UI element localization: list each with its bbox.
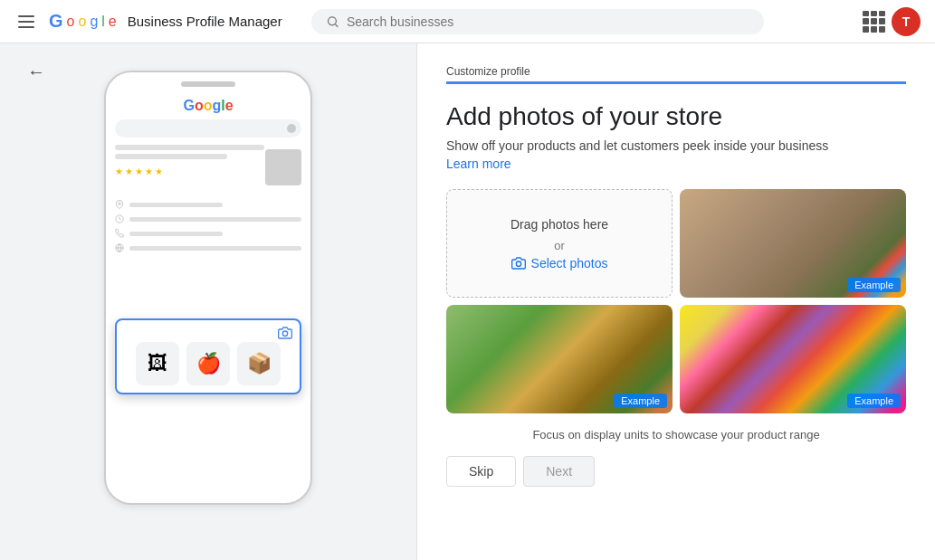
- popup-icon-1: 🖼: [136, 342, 179, 385]
- svg-point-2: [282, 331, 287, 336]
- right-panel: Customize profile Add photos of your sto…: [416, 43, 935, 560]
- popup-icons: 🖼 🍎 📦: [124, 342, 292, 385]
- location-icon: [115, 200, 124, 209]
- camera-icon: [278, 326, 292, 343]
- topnav: Google Business Profile Manager T: [0, 0, 935, 43]
- phone-mockup: Google ★ ★ ★ ★ ★: [104, 71, 312, 505]
- svg-point-0: [328, 16, 336, 24]
- page-subtitle: Show off your products and let customers…: [446, 138, 906, 153]
- camera-upload-icon: [511, 256, 526, 271]
- bottom-actions: Skip Next: [446, 456, 906, 487]
- clock-icon: [115, 214, 124, 223]
- focus-text: Focus on display units to showcase your …: [446, 428, 906, 441]
- select-photos-button[interactable]: Select photos: [511, 256, 608, 271]
- photo-grid: Drag photos here or Select photos Exampl…: [446, 189, 906, 413]
- logo-letter-l: l: [101, 14, 105, 30]
- select-photos-label: Select photos: [531, 256, 608, 271]
- globe-icon: [115, 243, 124, 252]
- svg-line-1: [335, 24, 338, 26]
- logo-letter-g2: g: [90, 14, 98, 30]
- learn-more-link[interactable]: Learn more: [446, 157, 906, 171]
- app-title: Business Profile Manager: [128, 14, 282, 29]
- apps-icon[interactable]: [863, 11, 884, 33]
- next-button[interactable]: Next: [523, 456, 595, 487]
- example-badge-2: Example: [614, 394, 667, 408]
- example-badge-3: Example: [847, 394, 901, 408]
- svg-point-7: [516, 261, 520, 266]
- step-progress-bar: [446, 81, 906, 84]
- photo-popup: 🖼 🍎 📦: [115, 318, 301, 394]
- skip-button[interactable]: Skip: [446, 456, 516, 487]
- phone-search-bar: [115, 119, 301, 138]
- popup-icon-3: 📦: [237, 342, 281, 385]
- search-icon: [326, 14, 339, 29]
- phone-icon: [115, 229, 124, 238]
- left-panel: ← Google ★ ★ ★ ★: [0, 43, 416, 560]
- back-button[interactable]: ←: [27, 62, 45, 82]
- logo-letter-g: G: [49, 11, 63, 32]
- phone-bottom-info: [106, 193, 310, 265]
- phone-content: Google ★ ★ ★ ★ ★: [106, 92, 310, 189]
- example-image-3: Example: [680, 305, 906, 413]
- search-input[interactable]: [347, 14, 749, 29]
- step-label: Customize profile: [446, 65, 906, 78]
- example-badge-1: Example: [847, 278, 901, 292]
- logo-letter-e: e: [109, 14, 117, 30]
- hamburger-menu[interactable]: [14, 12, 38, 32]
- logo-letter-o2: o: [78, 14, 86, 30]
- upload-drop-zone[interactable]: Drag photos here or Select photos: [446, 189, 673, 298]
- google-logo: Google: [49, 11, 117, 32]
- phone-top: [106, 72, 310, 92]
- phone-store-icon: [265, 149, 301, 185]
- popup-icon-2: 🍎: [186, 342, 230, 385]
- topnav-right: T: [863, 7, 921, 36]
- svg-point-3: [119, 203, 121, 205]
- example-image-1: Example: [680, 189, 906, 298]
- logo-letter-o1: o: [67, 14, 75, 30]
- avatar[interactable]: T: [892, 7, 921, 36]
- search-bar[interactable]: [311, 9, 764, 34]
- main-layout: ← Google ★ ★ ★ ★: [0, 43, 935, 560]
- drag-photos-text: Drag photos here: [510, 217, 608, 232]
- or-text: or: [554, 239, 565, 252]
- phone-notch: [181, 81, 235, 87]
- page-title: Add photos of your store: [446, 102, 906, 131]
- phone-google-logo: Google: [115, 98, 301, 114]
- example-image-2: Example: [446, 305, 673, 413]
